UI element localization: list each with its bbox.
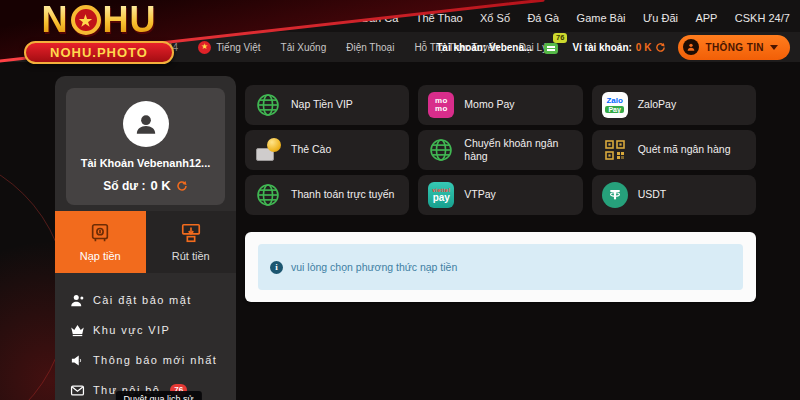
chevron-down-icon — [770, 45, 778, 50]
megaphone-icon — [70, 353, 85, 368]
payment-method-quet-ma[interactable]: Quét mã ngân hàng — [592, 130, 756, 170]
crown-icon — [70, 323, 85, 338]
account-sidebar: Tài Khoản Vebenanh12... Số dư : 0 K Nạp … — [55, 76, 236, 400]
nav-da-ga[interactable]: Đá Gà — [527, 8, 559, 24]
payment-method-label: USDT — [638, 188, 667, 201]
refresh-icon[interactable] — [176, 180, 188, 192]
deposit-withdraw-tabs: Nạp tiền Rút tiền — [55, 211, 236, 273]
user-gear-icon — [70, 293, 85, 308]
nav-uu-dai[interactable]: Ưu Đãi — [643, 8, 678, 24]
vtpay-logo-text: pay — [433, 193, 450, 203]
envelope-icon — [70, 383, 85, 398]
logo-text-right: HU — [103, 2, 157, 38]
payment-method-label: Momo Pay — [464, 98, 514, 111]
payment-methods-grid: Nạp Tiền VIP momo Momo Pay ZaloPay ZaloP… — [245, 85, 756, 215]
scratch-card-icon — [255, 137, 281, 163]
account-card: Tài Khoản Vebenanh12... Số dư : 0 K — [66, 88, 225, 205]
chat-icon — [544, 43, 558, 54]
avatar — [123, 101, 169, 147]
zalo-logo-text: Pay — [605, 106, 623, 113]
zalo-logo-text: Zalo — [606, 97, 622, 105]
balance-label: Số dư : — [103, 179, 145, 193]
sidebar-account-title: Tài Khoản Vebenanh12... — [72, 157, 219, 169]
tab-nap-tien[interactable]: Nạp tiền — [55, 211, 146, 273]
vietnam-flag-icon: ★ — [198, 41, 211, 54]
vtpay-icon: viettelpay — [428, 182, 454, 208]
nav-label: APP — [695, 12, 717, 24]
balance-value: 0 K — [150, 178, 170, 193]
payment-method-nap-tien-vip[interactable]: Nạp Tiền VIP — [245, 85, 409, 125]
payment-method-vtpay[interactable]: viettelpay VTPay — [418, 175, 582, 215]
sidebar-item-security[interactable]: Cài đặt bảo mật — [70, 285, 236, 315]
payment-method-thanh-toan-truc-tuyen[interactable]: Thanh toán trực tuyến — [245, 175, 409, 215]
account-info-label: THÔNG TIN — [705, 42, 764, 53]
link-label: Điện Thoại — [346, 42, 394, 53]
user-icon — [683, 39, 699, 55]
globe-icon — [255, 92, 281, 118]
nav-label: Đá Gà — [527, 12, 559, 24]
nav-xo-so[interactable]: Xổ Số — [480, 8, 510, 24]
site-logo[interactable]: N ★ HU NOHU.PHOTO — [14, 2, 184, 64]
wallet-balance: 0 K — [636, 42, 652, 53]
payment-method-label: Quét mã ngân hàng — [638, 143, 731, 156]
usdt-icon — [602, 182, 628, 208]
phone-link[interactable]: Điện Thoại — [346, 42, 394, 53]
momo-logo-text: mo — [435, 105, 448, 113]
language-label: Tiếng Việt — [216, 42, 260, 53]
nav-cskh[interactable]: CSKH 24/7 — [735, 8, 790, 24]
payment-method-zalopay[interactable]: ZaloPay ZaloPay — [592, 85, 756, 125]
payment-method-label: Thanh toán trực tuyến — [291, 188, 394, 201]
logo-domain-pill: NOHU.PHOTO — [24, 41, 174, 64]
nav-label: CSKH 24/7 — [735, 12, 790, 24]
withdraw-icon — [180, 222, 202, 244]
logo-text-left: N — [42, 2, 69, 38]
momo-icon: momo — [428, 92, 454, 118]
globe-icon — [255, 182, 281, 208]
payment-method-the-cao[interactable]: Thẻ Cào — [245, 130, 409, 170]
payment-method-chuyen-khoan[interactable]: Chuyển khoản ngân hàng — [418, 130, 582, 170]
page-root: Trang Chủ Nổ Hũ Sòng Bài Bắn Cá Thể Thao… — [0, 0, 800, 400]
info-alert-text: vui lòng chọn phương thức nạp tiền — [291, 261, 457, 273]
refresh-icon[interactable] — [655, 42, 666, 53]
link-label: Tải Xuống — [281, 42, 327, 53]
sidebar-item-label: Cài đặt bảo mật — [93, 294, 192, 306]
payment-method-label: VTPay — [464, 188, 496, 201]
tab-rut-tien[interactable]: Rút tiền — [146, 211, 237, 273]
star-icon: ★ — [79, 13, 92, 28]
wallet-label: Ví tài khoản: — [572, 42, 631, 53]
sidebar-item-label: Thông báo mới nhất — [93, 354, 217, 366]
sidebar-item-vip[interactable]: Khu vực VIP — [70, 315, 236, 345]
deposit-panel: i vui lòng chọn phương thức nạp tiền — [245, 232, 756, 302]
chat-badge: 76 — [553, 33, 567, 43]
nav-app[interactable]: APP — [695, 8, 717, 24]
payment-method-label: Chuyển khoản ngân hàng — [464, 137, 574, 163]
nav-label: Ưu Đãi — [643, 12, 678, 24]
download-link[interactable]: Tải Xuống — [281, 42, 327, 53]
payment-method-label: Nạp Tiền VIP — [291, 98, 353, 111]
globe-icon — [428, 137, 454, 163]
account-info-button[interactable]: THÔNG TIN — [678, 35, 790, 60]
sidebar-item-label: Khu vực VIP — [93, 324, 170, 336]
tab-label: Nạp tiền — [80, 250, 121, 262]
logo-star-badge: ★ — [71, 5, 101, 35]
nav-label: Xổ Số — [480, 12, 510, 24]
nav-label: Game Bài — [577, 12, 626, 24]
nav-game-bai[interactable]: Game Bài — [577, 8, 626, 24]
zalopay-icon: ZaloPay — [602, 92, 628, 118]
sidebar-item-notifications[interactable]: Thông báo mới nhất — [70, 345, 236, 375]
history-tooltip: Duyệt qua lịch sử — [115, 391, 201, 400]
qr-code-icon — [602, 137, 628, 163]
info-alert: i vui lòng chọn phương thức nạp tiền — [258, 244, 743, 290]
safe-icon — [89, 222, 111, 244]
tab-label: Rút tiền — [172, 250, 210, 262]
payment-method-usdt[interactable]: USDT — [592, 175, 756, 215]
payment-method-label: ZaloPay — [638, 98, 677, 111]
chat-messages-button[interactable]: 76 — [544, 40, 560, 54]
account-name-label: Tài khoản: Vebena... — [436, 42, 532, 53]
payment-method-momo[interactable]: momo Momo Pay — [418, 85, 582, 125]
info-icon: i — [270, 261, 283, 274]
payment-method-label: Thẻ Cào — [291, 143, 331, 156]
language-selector[interactable]: ★ Tiếng Việt — [198, 41, 260, 54]
sidebar-menu: Cài đặt bảo mật Khu vực VIP Thông báo mớ… — [55, 273, 236, 400]
